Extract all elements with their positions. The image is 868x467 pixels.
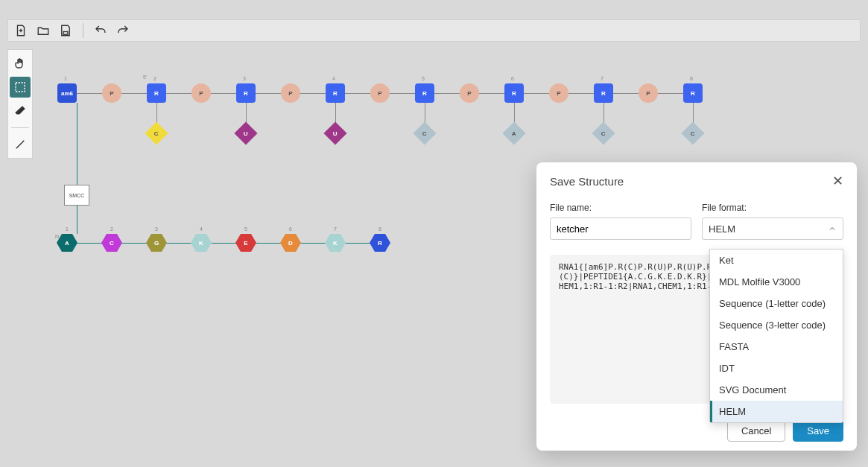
node-index: 7	[601, 76, 604, 81]
base-node[interactable]: C	[681, 121, 704, 144]
peptide-node[interactable]: K	[325, 234, 346, 252]
hand-tool-button[interactable]	[10, 53, 31, 74]
node-index: 6	[511, 76, 514, 81]
format-option[interactable]: Sequence (3-letter code)	[710, 314, 843, 336]
node-index: 8	[690, 76, 693, 81]
peptide-node[interactable]: R	[370, 234, 390, 252]
fileformat-dropdown: KetMDL Molfile V3000Sequence (1-letter c…	[709, 249, 843, 423]
phosphate-node[interactable]: P	[191, 83, 211, 103]
node-index: 2	[153, 76, 156, 81]
base-edge	[246, 103, 247, 124]
ribose-node[interactable]: R	[326, 83, 345, 103]
node-index: 1	[66, 226, 69, 232]
chem-node-smcc[interactable]: SMCC	[64, 185, 89, 206]
monomer-node-am6[interactable]: am6	[57, 83, 77, 103]
phosphate-node[interactable]: P	[281, 83, 300, 103]
format-option[interactable]: SVG Document	[710, 379, 843, 401]
node-index: 8	[378, 226, 381, 232]
peptide-node[interactable]: A	[57, 234, 77, 252]
format-option[interactable]: FASTA	[710, 336, 843, 358]
node-index: 1	[64, 76, 67, 81]
linker-edge-1	[77, 103, 77, 185]
phosphate-node[interactable]: P	[639, 83, 658, 103]
close-icon[interactable]: ✕	[832, 173, 843, 189]
peptide-node[interactable]: D	[280, 234, 301, 252]
filename-input[interactable]	[550, 217, 691, 240]
node-index: 3	[155, 226, 158, 232]
format-option[interactable]: Sequence (1-letter code)	[710, 293, 843, 314]
left-sidebar	[7, 49, 33, 159]
node-index: 2	[110, 226, 113, 232]
node-index: 5	[422, 76, 425, 81]
chevron-up-icon	[828, 224, 837, 233]
fileformat-label: File format:	[702, 203, 843, 213]
base-node[interactable]: U	[234, 121, 257, 144]
cancel-button[interactable]: Cancel	[727, 420, 785, 442]
base-node[interactable]: C	[145, 121, 168, 144]
svg-rect-0	[63, 32, 68, 35]
linker-edge-2	[77, 206, 77, 234]
base-edge	[514, 103, 515, 124]
format-option[interactable]: IDT	[710, 358, 843, 379]
format-option[interactable]: MDL Molfile V3000	[710, 271, 843, 293]
phosphate-node[interactable]: P	[460, 83, 479, 103]
ribose-node[interactable]: R	[594, 83, 613, 103]
eraser-tool-button[interactable]	[10, 101, 31, 121]
node-index: 5	[244, 226, 247, 232]
ribose-node[interactable]: R	[683, 83, 703, 103]
node-index: 4	[200, 226, 203, 232]
base-node[interactable]: C	[413, 121, 436, 144]
node-index: 7	[334, 226, 337, 232]
base-node[interactable]: C	[592, 121, 615, 144]
rectangle-select-button[interactable]	[10, 77, 31, 98]
peptide-n-label: N	[55, 234, 59, 239]
dialog-title: Save Structure	[550, 175, 624, 188]
peptide-node[interactable]: E	[235, 234, 256, 252]
save-button[interactable]: Save	[793, 420, 843, 442]
format-option[interactable]: HELM	[710, 401, 843, 422]
redo-button[interactable]	[115, 22, 131, 39]
phosphate-node[interactable]: P	[102, 83, 121, 103]
phosphate-node[interactable]: P	[549, 83, 568, 103]
ribose-node[interactable]: R	[147, 83, 166, 103]
ribose-node[interactable]: R	[236, 83, 256, 103]
fileformat-select[interactable]: HELM	[702, 217, 843, 240]
peptide-node[interactable]: K	[191, 234, 212, 252]
base-edge	[425, 103, 425, 124]
top-toolbar	[7, 19, 861, 42]
peptide-node[interactable]: C	[101, 234, 122, 252]
new-file-button[interactable]	[13, 22, 29, 39]
base-edge	[693, 103, 694, 124]
base-node[interactable]: A	[502, 121, 525, 144]
base-node[interactable]: U	[323, 121, 346, 144]
ribose-node[interactable]: R	[504, 83, 524, 103]
open-file-button[interactable]	[35, 22, 51, 39]
node-index: 4	[332, 76, 335, 81]
undo-button[interactable]	[92, 22, 109, 39]
rna-5prime-label: 5'	[143, 74, 147, 80]
node-index: 3	[243, 76, 246, 81]
filename-label: File name:	[550, 203, 691, 213]
svg-rect-1	[16, 83, 25, 92]
bond-tool-button[interactable]	[10, 134, 31, 155]
save-file-button[interactable]	[57, 22, 74, 39]
save-structure-dialog: Save Structure ✕ File name: File format:…	[536, 162, 857, 451]
format-option[interactable]: Ket	[710, 250, 843, 271]
base-edge	[604, 103, 604, 124]
peptide-node[interactable]: G	[146, 234, 167, 252]
base-edge	[335, 103, 336, 124]
base-edge	[156, 103, 157, 124]
ribose-node[interactable]: R	[415, 83, 434, 103]
phosphate-node[interactable]: P	[370, 83, 390, 103]
node-index: 6	[289, 226, 292, 232]
